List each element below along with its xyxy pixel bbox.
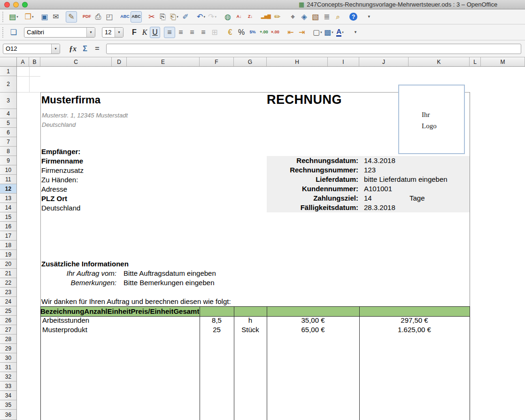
font-name-combobox[interactable]: ▾ — [24, 27, 95, 38]
additional-value-cell[interactable]: Bitte Bemerkungen eingeben — [124, 278, 214, 288]
column-header[interactable]: M — [481, 57, 525, 66]
draw-functions-button[interactable]: ✏ ▾ — [272, 11, 283, 23]
row-header[interactable]: 4 — [0, 109, 16, 118]
copy-button[interactable]: ⎘ ▾ — [157, 11, 169, 23]
find-replace-button[interactable]: ⌖ ▾ — [287, 11, 299, 23]
insert-chart-button[interactable]: ▂▅▇ ▾ — [260, 11, 272, 23]
zoom-button[interactable]: ⌕ ▾ — [332, 11, 344, 23]
format-paintbrush-button[interactable]: ✐ ▾ — [180, 11, 191, 23]
row-header[interactable]: 8 — [0, 147, 16, 156]
meta-value-cell[interactable]: A101001 — [364, 184, 392, 194]
new-document-button[interactable]: ▤ ▾ — [8, 11, 19, 23]
intro-line-cell[interactable]: Wir danken für Ihren Auftrag und berechn… — [41, 297, 231, 306]
item-price-cell[interactable]: 65,00 € — [267, 325, 359, 334]
row-header[interactable]: 18 — [0, 241, 16, 250]
company-country-cell[interactable]: Deutschland — [42, 120, 76, 130]
recipient-line-cell[interactable]: PLZ Ort — [41, 194, 84, 203]
formula-button[interactable]: = — [91, 43, 103, 54]
toolbar-options-button[interactable]: ▾ ▾ — [363, 11, 375, 23]
row-header[interactable]: 25 — [0, 306, 16, 316]
function-wizard-button[interactable]: ƒx — [67, 43, 79, 54]
cut-button[interactable]: ✂ ▾ — [146, 11, 157, 23]
gallery-button[interactable]: ▧ ▾ — [310, 11, 321, 23]
toolbar-grip[interactable] — [2, 12, 6, 22]
row-header[interactable]: 11 — [0, 175, 16, 184]
paste-button[interactable]: ⎗ ▾ — [169, 11, 180, 23]
percent-format-button[interactable]: % ▾ — [236, 27, 247, 38]
items-table-header-cell[interactable]: Einheit — [108, 307, 131, 316]
row-header[interactable]: 3 — [0, 93, 16, 109]
align-right-button[interactable]: ≡ ▾ — [186, 27, 198, 38]
row-header[interactable]: 20 — [0, 259, 16, 269]
sort-ascending-button[interactable]: A↓ ▾ — [233, 11, 245, 23]
column-header[interactable]: F — [200, 57, 234, 66]
company-address-cell[interactable]: Musterstr. 1, 12345 Musterstadt — [42, 111, 128, 120]
auto-spellcheck-button[interactable]: ABC ▾ — [131, 11, 142, 23]
column-header[interactable]: H — [267, 57, 328, 66]
chevron-down-icon[interactable]: ▾ — [51, 44, 60, 54]
meta-label-cell[interactable]: Rechnungsdatum: — [267, 156, 358, 165]
recipient-line-cell[interactable]: Empfänger: — [41, 147, 84, 156]
row-header[interactable]: 24 — [0, 297, 16, 306]
name-box[interactable]: ▾ — [3, 44, 60, 54]
row-header[interactable]: 19 — [0, 250, 16, 259]
currency-format-button[interactable]: € ▾ — [224, 27, 236, 38]
cell-reference-input[interactable] — [3, 45, 51, 52]
meta-label-cell[interactable]: Rechnungsnummer: — [267, 165, 358, 175]
edit-mode-button[interactable]: ✎ ▾ — [66, 11, 77, 23]
row-header[interactable]: 33 — [0, 381, 16, 391]
row-header[interactable]: 22 — [0, 278, 16, 288]
recipient-line-cell[interactable]: Firmenname — [41, 156, 84, 166]
column-header[interactable]: J — [359, 57, 409, 66]
sum-button[interactable]: Σ — [79, 43, 91, 54]
recipient-line-cell[interactable]: Adresse — [41, 185, 84, 194]
recipient-line-cell[interactable]: Firmenzusatz — [41, 166, 84, 175]
merge-cells-button[interactable]: ⊞ ▾ — [209, 27, 220, 38]
formula-input-line[interactable] — [106, 44, 521, 54]
meta-value-cell[interactable]: 14.3.2018 — [364, 156, 395, 165]
formula-input[interactable] — [109, 44, 520, 54]
row-header[interactable]: 36 — [0, 410, 16, 420]
sort-descending-button[interactable]: Z↓ ▾ — [245, 11, 256, 23]
column-header[interactable]: C — [40, 57, 112, 66]
item-total-cell[interactable]: 1.625,00 € — [359, 325, 470, 334]
items-table-header-cell[interactable]: Anzahl — [84, 307, 107, 316]
column-header[interactable]: E — [127, 57, 200, 66]
data-sources-button[interactable]: ≣ ▾ — [321, 11, 332, 23]
toolbar-options-button[interactable]: ▾ ▾ — [350, 27, 361, 38]
meta-label-cell[interactable]: Kundennummer: — [267, 184, 358, 194]
items-table-header-cell[interactable]: Bezeichnung — [40, 307, 84, 316]
row-header[interactable]: 17 — [0, 231, 16, 241]
email-button[interactable]: ✉ ▾ — [50, 11, 62, 23]
font-name-input[interactable] — [24, 29, 86, 36]
row-header[interactable]: 26 — [0, 316, 16, 325]
toolbar-grip[interactable] — [2, 27, 6, 38]
font-size-input[interactable] — [102, 29, 115, 36]
row-header[interactable]: 23 — [0, 288, 16, 297]
row-header[interactable]: 6 — [0, 128, 16, 137]
select-all-corner[interactable] — [0, 57, 17, 66]
column-header[interactable]: L — [470, 57, 481, 66]
company-name-cell[interactable]: Musterfirma — [41, 94, 100, 106]
styles-button[interactable]: ❏ — [8, 27, 19, 38]
column-header[interactable]: B — [29, 57, 40, 66]
font-size-combobox[interactable]: ▾ — [102, 27, 124, 38]
standard-format-button[interactable]: $% ▾ — [247, 27, 258, 38]
column-header[interactable]: G — [234, 57, 267, 66]
export-pdf-button[interactable]: PDF ▾ — [81, 11, 93, 23]
meta-label-cell[interactable]: Lieferdatum: — [267, 175, 358, 184]
sheet-canvas[interactable]: Musterfirma Musterstr. 1, 12345 Musterst… — [17, 67, 525, 420]
item-description-cell[interactable]: Musterprodukt — [40, 325, 200, 334]
additional-label-cell[interactable]: Ihr Auftrag vom: — [41, 269, 116, 278]
print-button[interactable]: ⎙ ▾ — [93, 11, 104, 23]
navigator-button[interactable]: ◈ ▾ — [299, 11, 310, 23]
row-header[interactable]: 29 — [0, 344, 16, 353]
align-justify-button[interactable]: ≡ ▾ — [198, 27, 209, 38]
additional-value-cell[interactable]: Bitte Auftragsdatum eingeben — [124, 269, 216, 278]
undo-button[interactable]: ↶ ▾ — [195, 11, 207, 23]
recipient-line-cell[interactable]: Zu Händen: — [41, 175, 84, 185]
save-button[interactable]: ▣ ▾ — [39, 11, 50, 23]
item-price-cell[interactable]: 35,00 € — [267, 316, 359, 325]
meta-label-cell[interactable]: Zahlungsziel: — [267, 194, 358, 203]
delete-decimal-button[interactable]: ×.00 ▾ — [270, 27, 281, 38]
